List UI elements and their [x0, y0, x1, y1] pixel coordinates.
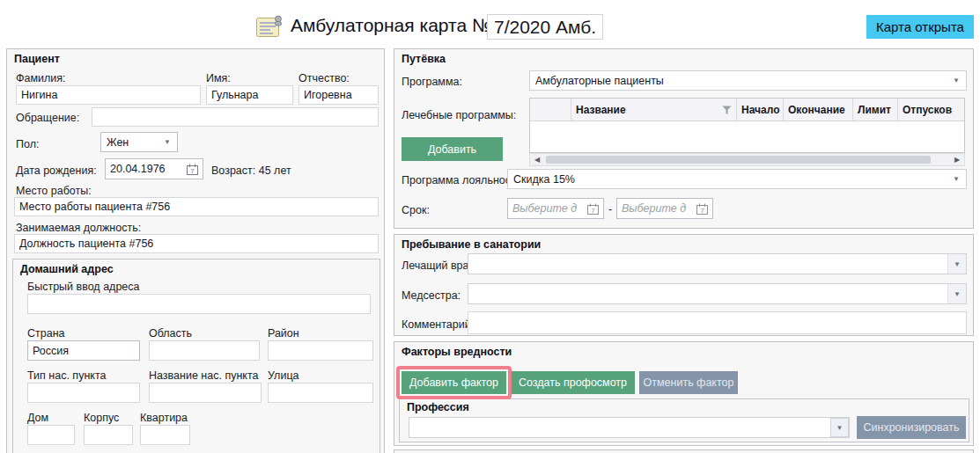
add-program-button[interactable]: Добавить	[402, 137, 503, 161]
apartment-input[interactable]	[140, 425, 190, 445]
region-label: Область	[149, 327, 192, 340]
surname-input[interactable]	[16, 85, 201, 105]
surname-label: Фамилия:	[16, 72, 66, 84]
birthdate-value: 20.04.1976	[110, 163, 187, 175]
nurse-select[interactable]: ▼	[468, 283, 967, 304]
age-text: Возраст: 45 лет	[211, 164, 291, 177]
chevron-down-icon[interactable]: ▼	[947, 254, 966, 274]
scrollbar-thumb[interactable]	[546, 156, 931, 164]
workplace-input[interactable]	[14, 197, 379, 216]
calendar-icon[interactable]: 7	[587, 203, 599, 215]
birthdate-input[interactable]: 20.04.1976 7	[105, 158, 203, 179]
voucher-panel: Путёвка Программа: Амбулаторные пациенты…	[394, 48, 974, 229]
create-checkup-button[interactable]: Создать профосмотр	[511, 371, 635, 394]
voucher-section-title: Путёвка	[402, 53, 446, 65]
district-label: Район	[268, 327, 299, 340]
add-factor-button[interactable]: Добавить фактор	[402, 371, 506, 394]
street-input[interactable]	[268, 383, 373, 403]
position-label: Занимаемая должность:	[16, 222, 141, 234]
program-select[interactable]: Амбулаторные пациенты ▼	[529, 70, 967, 91]
position-input[interactable]	[14, 234, 379, 253]
header-cell-start[interactable]: Начало	[737, 99, 784, 121]
apartment-label: Квартира	[140, 412, 188, 424]
chevron-down-icon[interactable]: ▼	[830, 418, 849, 437]
region-input[interactable]	[149, 340, 260, 361]
name-input[interactable]	[206, 85, 293, 105]
scroll-left-icon[interactable]: ◀	[530, 156, 544, 164]
header-cell-end[interactable]: Окончание	[784, 99, 853, 121]
table-body-empty	[530, 121, 964, 152]
quick-address-input[interactable]	[27, 294, 371, 314]
svg-text:7: 7	[591, 206, 595, 214]
program-label: Программа:	[402, 76, 462, 88]
house-label: Дом	[27, 412, 48, 424]
table-horizontal-scrollbar[interactable]: ◀ ▶	[529, 153, 965, 166]
filter-icon[interactable]	[722, 106, 732, 114]
country-input[interactable]	[27, 340, 140, 361]
synchronize-button[interactable]: Синхронизировать	[857, 416, 966, 439]
profession-select[interactable]: ▼	[409, 417, 850, 438]
header-cell-empty[interactable]	[530, 99, 571, 121]
term-label: Срок:	[402, 204, 430, 216]
salutation-label: Обращение:	[16, 112, 79, 124]
birthdate-label: Дата рождения:	[16, 164, 97, 177]
gender-label: Пол:	[16, 138, 39, 150]
loyalty-value: Скидка 15%	[508, 173, 947, 186]
header-cell-name[interactable]: Название	[571, 99, 737, 121]
chevron-down-icon[interactable]: ▼	[158, 139, 177, 146]
ambulatory-card-window: Амбулаторная карта № 7/2020 Амб. Карта о…	[0, 0, 980, 453]
chevron-down-icon[interactable]: ▼	[947, 284, 966, 303]
card-open-status-button[interactable]: Карта открыта	[866, 15, 974, 39]
term-to-date-input[interactable]: Выберите д 7	[616, 198, 713, 219]
card-number-field[interactable]: 7/2020 Амб.	[487, 14, 603, 40]
home-address-group: Домашний адрес Быстрый ввод адреса Стран…	[12, 259, 380, 453]
profession-group: Профессия ▼ Синхронизировать	[399, 398, 969, 442]
house-input[interactable]	[27, 425, 75, 445]
header-cell-limit[interactable]: Лимит	[853, 99, 898, 121]
hazard-factors-panel: Факторы вредности Добавить фактор Создат…	[394, 341, 974, 446]
comment-textarea[interactable]	[468, 311, 967, 334]
settlement-type-input[interactable]	[27, 383, 140, 403]
term-from-placeholder: Выберите д	[512, 202, 587, 215]
program-value: Амбулаторные пациенты	[530, 75, 947, 87]
settlement-type-label: Тип нас. пункта	[27, 369, 106, 382]
stay-section-title: Пребывание в санатории	[402, 238, 541, 251]
calendar-icon[interactable]: 7	[696, 203, 708, 215]
workplace-label: Место работы:	[16, 185, 92, 197]
patient-panel: Пациент Фамилия: Имя: Отчество: Обращени…	[6, 48, 385, 453]
scrollbar-track[interactable]	[544, 154, 950, 165]
chevron-down-icon[interactable]: ▼	[947, 77, 966, 84]
settlement-name-label: Название нас. пункта	[149, 369, 258, 382]
salutation-input[interactable]	[92, 107, 379, 127]
doctor-label: Лечащий врач:	[402, 259, 477, 272]
term-from-date-input[interactable]: Выберите д 7	[507, 198, 604, 219]
header-cell-vacations[interactable]: Отпусков	[898, 99, 964, 121]
term-separator: -	[608, 203, 612, 216]
gender-select[interactable]: Жен ▼	[100, 132, 178, 152]
doctor-select[interactable]: ▼	[468, 253, 967, 274]
patronymic-input[interactable]	[298, 85, 379, 105]
calendar-icon[interactable]: 7	[187, 164, 198, 175]
name-label: Имя:	[206, 72, 231, 84]
quick-address-label: Быстрый ввод адреса	[27, 281, 140, 293]
building-input[interactable]	[84, 425, 133, 445]
street-label: Улица	[268, 369, 299, 382]
treatment-programs-label: Лечебные программы:	[402, 109, 516, 121]
loyalty-select[interactable]: Скидка 15% ▼	[507, 169, 967, 189]
term-to-placeholder: Выберите д	[622, 202, 696, 215]
address-section-title: Домашний адрес	[20, 263, 114, 275]
table-header-row: Название Начало Окончание Лимит Отпусков	[530, 99, 964, 121]
comment-label: Комментарий:	[402, 318, 474, 331]
page-title: Амбулаторная карта №	[291, 15, 491, 36]
chevron-down-icon[interactable]: ▼	[947, 176, 966, 183]
profession-title: Профессия	[407, 401, 469, 413]
scroll-right-icon[interactable]: ▶	[950, 156, 964, 164]
header-name-text: Название	[576, 104, 626, 116]
treatment-programs-table: Название Начало Окончание Лимит Отпусков	[529, 98, 965, 153]
settlement-name-input[interactable]	[149, 383, 262, 403]
district-input[interactable]	[268, 340, 373, 361]
cancel-factor-button[interactable]: Отменить фактор	[639, 371, 738, 394]
hazards-section-title: Факторы вредности	[402, 346, 512, 358]
patronymic-label: Отчество:	[298, 72, 350, 84]
svg-text:7: 7	[190, 166, 195, 174]
